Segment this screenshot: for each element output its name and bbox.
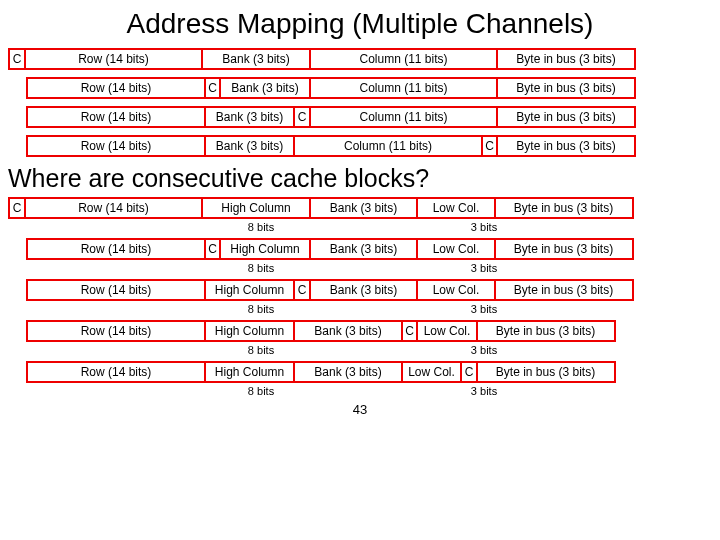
bit-annotation: 8 bits 3 bits <box>8 344 712 358</box>
bits-3-label: 3 bits <box>444 221 524 235</box>
bank-cell: Bank (3 bits) <box>309 238 419 260</box>
section-subtitle: Where are consecutive cache blocks? <box>8 164 712 193</box>
bit-annotation: 8 bits 3 bits <box>8 385 712 399</box>
bank-cell: Bank (3 bits) <box>309 279 419 301</box>
mapping-row: Row (14 bits) High Column Bank (3 bits) … <box>8 320 712 342</box>
bits-3-label: 3 bits <box>444 344 524 358</box>
page-title: Address Mapping (Multiple Channels) <box>8 8 712 40</box>
bits-8-label: 8 bits <box>206 303 316 317</box>
byte-cell: Byte in bus (3 bits) <box>494 238 634 260</box>
byte-cell: Byte in bus (3 bits) <box>494 197 634 219</box>
high-column-cell: High Column <box>201 197 311 219</box>
mapping-row: Row (14 bits) C High Column Bank (3 bits… <box>8 238 712 260</box>
mapping-row: Row (14 bits) C Bank (3 bits) Column (11… <box>8 77 712 99</box>
mapping-row: Row (14 bits) Bank (3 bits) C Column (11… <box>8 106 712 128</box>
row-cell: Row (14 bits) <box>26 279 206 301</box>
bank-cell: Bank (3 bits) <box>204 106 296 128</box>
low-column-cell: Low Col. <box>416 279 496 301</box>
high-column-cell: High Column <box>204 361 296 383</box>
mapping-row: C Row (14 bits) Bank (3 bits) Column (11… <box>8 48 712 70</box>
bank-cell: Bank (3 bits) <box>219 77 311 99</box>
byte-cell: Byte in bus (3 bits) <box>496 48 636 70</box>
bank-cell: Bank (3 bits) <box>309 197 419 219</box>
bit-annotation: 8 bits 3 bits <box>8 221 712 235</box>
column-cell: Column (11 bits) <box>309 106 499 128</box>
bits-8-label: 8 bits <box>206 344 316 358</box>
bank-cell: Bank (3 bits) <box>204 135 296 157</box>
bank-cell: Bank (3 bits) <box>293 320 403 342</box>
mapping-row: Row (14 bits) High Column Bank (3 bits) … <box>8 361 712 383</box>
row-cell: Row (14 bits) <box>24 48 204 70</box>
column-cell: Column (11 bits) <box>309 48 499 70</box>
bit-annotation: 8 bits 3 bits <box>8 262 712 276</box>
high-column-cell: High Column <box>204 279 296 301</box>
bits-3-label: 3 bits <box>444 303 524 317</box>
bits-8-label: 8 bits <box>206 221 316 235</box>
column-cell: Column (11 bits) <box>309 77 499 99</box>
high-column-cell: High Column <box>219 238 311 260</box>
bit-annotation: 8 bits 3 bits <box>8 303 712 317</box>
bank-cell: Bank (3 bits) <box>201 48 311 70</box>
bits-3-label: 3 bits <box>444 262 524 276</box>
byte-cell: Byte in bus (3 bits) <box>496 135 636 157</box>
row-cell: Row (14 bits) <box>26 361 206 383</box>
bits-3-label: 3 bits <box>444 385 524 399</box>
row-cell: Row (14 bits) <box>24 197 204 219</box>
page-number: 43 <box>8 402 712 417</box>
row-cell: Row (14 bits) <box>26 238 206 260</box>
byte-cell: Byte in bus (3 bits) <box>496 106 636 128</box>
row-cell: Row (14 bits) <box>26 106 206 128</box>
byte-cell: Byte in bus (3 bits) <box>496 77 636 99</box>
byte-cell: Byte in bus (3 bits) <box>476 361 616 383</box>
low-column-cell: Low Col. <box>416 197 496 219</box>
column-cell: Column (11 bits) <box>293 135 483 157</box>
low-column-cell: Low Col. <box>416 238 496 260</box>
mapping-row: Row (14 bits) High Column C Bank (3 bits… <box>8 279 712 301</box>
byte-cell: Byte in bus (3 bits) <box>476 320 616 342</box>
high-column-cell: High Column <box>204 320 296 342</box>
bits-8-label: 8 bits <box>206 385 316 399</box>
low-column-cell: Low Col. <box>416 320 478 342</box>
bank-cell: Bank (3 bits) <box>293 361 403 383</box>
row-cell: Row (14 bits) <box>26 77 206 99</box>
mapping-row: Row (14 bits) Bank (3 bits) Column (11 b… <box>8 135 712 157</box>
row-cell: Row (14 bits) <box>26 135 206 157</box>
row-cell: Row (14 bits) <box>26 320 206 342</box>
low-column-cell: Low Col. <box>401 361 463 383</box>
mapping-row: C Row (14 bits) High Column Bank (3 bits… <box>8 197 712 219</box>
bits-8-label: 8 bits <box>206 262 316 276</box>
byte-cell: Byte in bus (3 bits) <box>494 279 634 301</box>
